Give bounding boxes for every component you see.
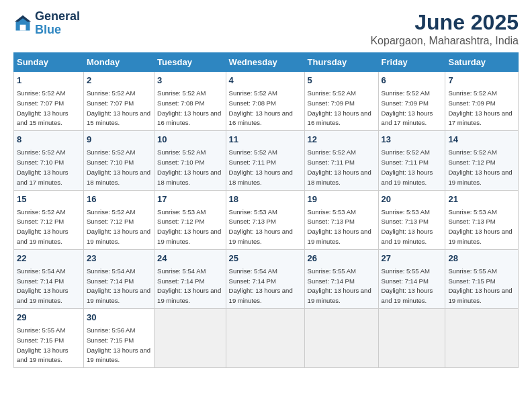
calendar-cell (154, 309, 226, 368)
day-info: Sunrise: 5:52 AMSunset: 7:09 PMDaylight:… (382, 89, 433, 126)
calendar-cell (304, 309, 378, 368)
day-info: Sunrise: 5:54 AMSunset: 7:14 PMDaylight:… (229, 267, 293, 304)
calendar-table: Sunday Monday Tuesday Wednesday Thursday… (13, 52, 519, 368)
day-info: Sunrise: 5:52 AMSunset: 7:08 PMDaylight:… (229, 89, 293, 126)
day-info: Sunrise: 5:55 AMSunset: 7:15 PMDaylight:… (17, 326, 69, 363)
day-info: Sunrise: 5:52 AMSunset: 7:11 PMDaylight:… (382, 148, 433, 185)
calendar-cell: 4Sunrise: 5:52 AMSunset: 7:08 PMDaylight… (226, 72, 304, 131)
calendar-week-4: 22Sunrise: 5:54 AMSunset: 7:14 PMDayligh… (14, 249, 519, 308)
logo-text: General Blue (35, 10, 80, 37)
day-info: Sunrise: 5:53 AMSunset: 7:12 PMDaylight:… (157, 208, 221, 245)
header: General Blue June 2025 Kopargaon, Mahara… (13, 10, 519, 47)
col-wednesday: Wednesday (226, 53, 304, 72)
day-number: 6 (382, 75, 443, 87)
day-number: 14 (448, 134, 515, 146)
day-info: Sunrise: 5:55 AMSunset: 7:14 PMDaylight:… (308, 267, 371, 304)
day-number: 29 (17, 312, 81, 324)
col-sunday: Sunday (14, 53, 84, 72)
col-monday: Monday (84, 53, 154, 72)
calendar-cell: 11Sunrise: 5:52 AMSunset: 7:11 PMDayligh… (226, 131, 304, 190)
calendar-cell: 21Sunrise: 5:53 AMSunset: 7:13 PMDayligh… (445, 190, 519, 249)
day-number: 3 (157, 75, 223, 87)
day-number: 18 (229, 193, 302, 205)
day-number: 30 (87, 312, 151, 324)
logo-line1: General (35, 10, 80, 24)
day-info: Sunrise: 5:52 AMSunset: 7:09 PMDaylight:… (308, 89, 371, 126)
page: General Blue June 2025 Kopargaon, Mahara… (0, 0, 532, 411)
day-info: Sunrise: 5:52 AMSunset: 7:12 PMDaylight:… (448, 148, 512, 185)
day-number: 4 (229, 75, 302, 87)
day-number: 20 (382, 193, 443, 205)
calendar-cell: 23Sunrise: 5:54 AMSunset: 7:14 PMDayligh… (84, 249, 154, 308)
day-number: 1 (17, 75, 81, 87)
subtitle: Kopargaon, Maharashtra, India (370, 35, 519, 47)
calendar-week-1: 1Sunrise: 5:52 AMSunset: 7:07 PMDaylight… (14, 72, 519, 131)
day-info: Sunrise: 5:52 AMSunset: 7:08 PMDaylight:… (157, 89, 221, 126)
calendar-cell: 7Sunrise: 5:52 AMSunset: 7:09 PMDaylight… (445, 72, 519, 131)
calendar-week-2: 8Sunrise: 5:52 AMSunset: 7:10 PMDaylight… (14, 131, 519, 190)
day-number: 22 (17, 253, 81, 265)
day-info: Sunrise: 5:53 AMSunset: 7:13 PMDaylight:… (382, 208, 433, 245)
day-number: 15 (17, 193, 81, 205)
day-info: Sunrise: 5:52 AMSunset: 7:07 PMDaylight:… (17, 89, 69, 126)
day-info: Sunrise: 5:54 AMSunset: 7:14 PMDaylight:… (17, 267, 69, 304)
day-info: Sunrise: 5:53 AMSunset: 7:13 PMDaylight:… (448, 208, 512, 245)
day-info: Sunrise: 5:52 AMSunset: 7:10 PMDaylight:… (87, 148, 150, 185)
calendar-cell: 15Sunrise: 5:52 AMSunset: 7:12 PMDayligh… (14, 190, 84, 249)
day-number: 21 (448, 193, 515, 205)
calendar-cell: 20Sunrise: 5:53 AMSunset: 7:13 PMDayligh… (378, 190, 445, 249)
day-info: Sunrise: 5:52 AMSunset: 7:10 PMDaylight:… (157, 148, 221, 185)
col-thursday: Thursday (304, 53, 378, 72)
calendar-cell: 27Sunrise: 5:55 AMSunset: 7:14 PMDayligh… (378, 249, 445, 308)
calendar-cell: 24Sunrise: 5:54 AMSunset: 7:14 PMDayligh… (154, 249, 226, 308)
day-info: Sunrise: 5:52 AMSunset: 7:07 PMDaylight:… (87, 89, 150, 126)
day-number: 8 (17, 134, 81, 146)
calendar-cell: 14Sunrise: 5:52 AMSunset: 7:12 PMDayligh… (445, 131, 519, 190)
day-number: 7 (448, 75, 515, 87)
calendar-cell: 17Sunrise: 5:53 AMSunset: 7:12 PMDayligh… (154, 190, 226, 249)
logo-line2: Blue (35, 24, 80, 37)
day-info: Sunrise: 5:54 AMSunset: 7:14 PMDaylight:… (87, 267, 150, 304)
day-number: 11 (229, 134, 302, 146)
day-number: 28 (448, 253, 515, 265)
day-number: 17 (157, 193, 223, 205)
col-saturday: Saturday (445, 53, 519, 72)
day-info: Sunrise: 5:52 AMSunset: 7:11 PMDaylight:… (229, 148, 293, 185)
calendar-cell: 30Sunrise: 5:56 AMSunset: 7:15 PMDayligh… (84, 309, 154, 368)
day-number: 2 (87, 75, 151, 87)
calendar-cell: 13Sunrise: 5:52 AMSunset: 7:11 PMDayligh… (378, 131, 445, 190)
calendar-cell: 2Sunrise: 5:52 AMSunset: 7:07 PMDaylight… (84, 72, 154, 131)
col-friday: Friday (378, 53, 445, 72)
calendar-cell: 8Sunrise: 5:52 AMSunset: 7:10 PMDaylight… (14, 131, 84, 190)
day-info: Sunrise: 5:56 AMSunset: 7:15 PMDaylight:… (87, 326, 150, 363)
calendar-cell (378, 309, 445, 368)
day-info: Sunrise: 5:52 AMSunset: 7:12 PMDaylight:… (87, 208, 150, 245)
day-number: 24 (157, 253, 223, 265)
day-number: 12 (308, 134, 375, 146)
day-info: Sunrise: 5:52 AMSunset: 7:10 PMDaylight:… (17, 148, 69, 185)
calendar-cell: 10Sunrise: 5:52 AMSunset: 7:10 PMDayligh… (154, 131, 226, 190)
day-info: Sunrise: 5:52 AMSunset: 7:12 PMDaylight:… (17, 208, 69, 245)
calendar-cell: 18Sunrise: 5:53 AMSunset: 7:13 PMDayligh… (226, 190, 304, 249)
calendar-cell: 19Sunrise: 5:53 AMSunset: 7:13 PMDayligh… (304, 190, 378, 249)
day-info: Sunrise: 5:52 AMSunset: 7:09 PMDaylight:… (448, 89, 512, 126)
day-number: 16 (87, 193, 151, 205)
calendar-cell: 1Sunrise: 5:52 AMSunset: 7:07 PMDaylight… (14, 72, 84, 131)
logo: General Blue (13, 10, 80, 37)
calendar-cell: 25Sunrise: 5:54 AMSunset: 7:14 PMDayligh… (226, 249, 304, 308)
calendar-cell (226, 309, 304, 368)
col-tuesday: Tuesday (154, 53, 226, 72)
logo-icon (13, 14, 32, 33)
day-number: 25 (229, 253, 302, 265)
calendar-cell: 9Sunrise: 5:52 AMSunset: 7:10 PMDaylight… (84, 131, 154, 190)
day-number: 5 (308, 75, 375, 87)
title-area: June 2025 Kopargaon, Maharashtra, India (370, 10, 519, 47)
day-info: Sunrise: 5:54 AMSunset: 7:14 PMDaylight:… (157, 267, 221, 304)
day-number: 27 (382, 253, 443, 265)
calendar-cell: 6Sunrise: 5:52 AMSunset: 7:09 PMDaylight… (378, 72, 445, 131)
day-number: 19 (308, 193, 375, 205)
calendar-cell: 16Sunrise: 5:52 AMSunset: 7:12 PMDayligh… (84, 190, 154, 249)
day-info: Sunrise: 5:52 AMSunset: 7:11 PMDaylight:… (308, 148, 371, 185)
day-info: Sunrise: 5:55 AMSunset: 7:14 PMDaylight:… (382, 267, 433, 304)
calendar-cell: 22Sunrise: 5:54 AMSunset: 7:14 PMDayligh… (14, 249, 84, 308)
